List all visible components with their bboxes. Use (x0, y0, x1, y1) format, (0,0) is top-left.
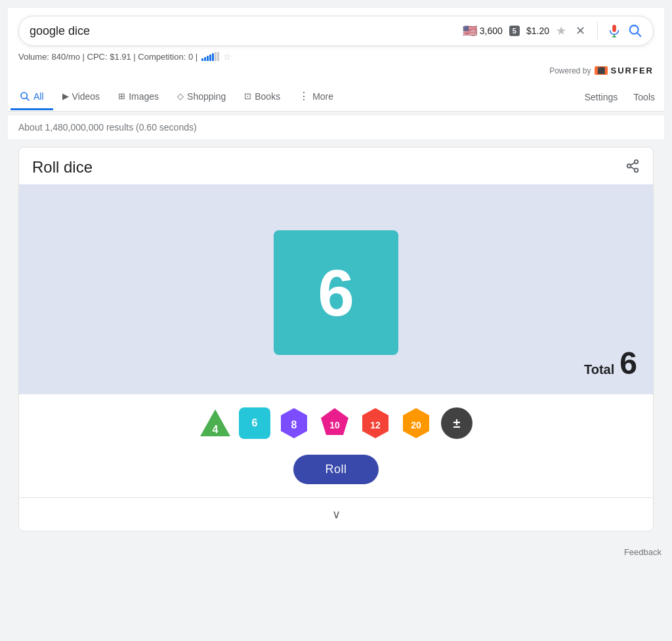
die-d8-button[interactable]: 8 (277, 406, 311, 440)
svg-text:12: 12 (370, 420, 381, 430)
tab-all-label: All (33, 91, 44, 102)
dice-face[interactable]: 6 (274, 230, 398, 355)
custom-die-shape: ± (440, 407, 473, 440)
flag-icon: 🇺🇸 (463, 24, 477, 38)
dice-display-area[interactable]: 6 Total 6 (19, 184, 653, 394)
d4-shape: 4 (199, 407, 232, 440)
more-tab-icon: ⋮ (299, 90, 309, 102)
settings-tools-group: Settings Tools (578, 85, 662, 109)
d10-shape: 10 (318, 407, 351, 440)
svg-point-9 (635, 168, 639, 172)
widget-title: Roll dice (32, 158, 93, 176)
die-d20-button[interactable]: 20 (399, 406, 433, 440)
results-count: About 1,480,000,000 results (0.60 second… (8, 115, 664, 139)
video-tab-icon: ▶ (62, 91, 69, 101)
die-d4-button[interactable]: 4 (198, 406, 232, 440)
roll-button-row: Roll (19, 449, 653, 497)
svg-text:10: 10 (329, 420, 340, 430)
svg-point-7 (635, 159, 639, 163)
price-text: $1.20 (526, 26, 549, 36)
svg-text:20: 20 (411, 420, 421, 430)
svg-line-10 (631, 167, 635, 169)
tab-videos-label: Videos (72, 91, 100, 102)
svg-line-4 (637, 33, 640, 36)
mic-icon[interactable] (607, 24, 621, 38)
search-tab-icon (20, 91, 30, 102)
tab-all[interactable]: All (10, 85, 53, 110)
divider (597, 22, 598, 40)
dice-value: 6 (318, 255, 354, 331)
svg-point-8 (627, 164, 631, 168)
powered-by-text: Powered by (549, 66, 591, 75)
settings-link[interactable]: Settings (578, 85, 625, 109)
flag-volume: 🇺🇸 3,600 (463, 24, 503, 38)
svg-text:±: ± (453, 416, 461, 430)
search-input-text: google dice (30, 24, 463, 38)
star-button[interactable]: ★ (556, 24, 566, 38)
tab-shopping-label: Shopping (187, 91, 226, 102)
die-custom-button[interactable]: ± (440, 406, 474, 440)
total-row: Total 6 (584, 345, 637, 381)
tab-shopping[interactable]: ◇ Shopping (168, 85, 235, 110)
chevron-down-icon: ∨ (332, 507, 341, 522)
cpc-badge: 5 (509, 26, 520, 36)
books-tab-icon: ⊡ (244, 91, 251, 101)
die-d10-button[interactable]: 10 (318, 406, 352, 440)
volume-text: 3,600 (480, 26, 503, 36)
expand-row[interactable]: ∨ (19, 497, 653, 531)
share-icon[interactable] (625, 159, 640, 176)
tab-books[interactable]: ⊡ Books (235, 85, 289, 110)
surfer-branding: Powered by ⬛ SURFER (18, 66, 654, 75)
tab-more[interactable]: ⋮ More (289, 83, 343, 111)
die-d6-button[interactable]: 6 (239, 407, 270, 439)
tab-videos[interactable]: ▶ Videos (53, 85, 110, 110)
search-submit-icon[interactable] (628, 24, 642, 38)
total-label: Total (584, 362, 614, 377)
close-button[interactable]: ✕ (573, 24, 588, 38)
svg-text:4: 4 (213, 424, 219, 435)
nav-tabs: All ▶ Videos ⊞ Images ◇ Shopping ⊡ Books… (8, 83, 664, 112)
svg-text:8: 8 (291, 419, 297, 430)
shopping-tab-icon: ◇ (177, 91, 184, 101)
seo-text: Volume: 840/mo | CPC: $1.91 | Competitio… (18, 52, 198, 62)
roll-button[interactable]: Roll (293, 455, 378, 484)
svg-line-6 (26, 98, 29, 100)
tab-more-label: More (312, 91, 333, 102)
surfer-logo-icon: ⬛ (595, 66, 608, 75)
svg-line-11 (631, 162, 635, 165)
seo-star-button[interactable]: ☆ (223, 51, 232, 62)
search-bar[interactable]: google dice 🇺🇸 3,600 5 $1.20 ★ ✕ (18, 16, 654, 46)
surfer-name-text: SURFER (611, 66, 654, 75)
widget-header: Roll dice (19, 148, 653, 184)
d20-shape: 20 (400, 407, 432, 440)
die-d12-button[interactable]: 12 (358, 406, 392, 440)
tools-link[interactable]: Tools (627, 85, 662, 109)
seo-bar: Volume: 840/mo | CPC: $1.91 | Competitio… (18, 51, 654, 62)
roll-dice-widget: Roll dice 6 Total (18, 147, 654, 531)
signal-bars-icon (201, 52, 219, 61)
d12-shape: 12 (359, 407, 392, 440)
main-content: About 1,480,000,000 results (0.60 second… (8, 113, 664, 565)
feedback-link[interactable]: Feedback (624, 547, 662, 557)
tab-images-label: Images (129, 91, 159, 102)
feedback-row[interactable]: Feedback (8, 542, 664, 562)
d8-shape: 8 (278, 407, 310, 440)
tab-books-label: Books (255, 91, 280, 102)
svg-rect-0 (612, 25, 616, 32)
dice-selector: 4 6 8 10 (19, 394, 653, 449)
tab-images[interactable]: ⊞ Images (109, 85, 168, 110)
total-value: 6 (620, 345, 637, 381)
images-tab-icon: ⊞ (118, 91, 125, 101)
d6-label: 6 (252, 417, 258, 429)
